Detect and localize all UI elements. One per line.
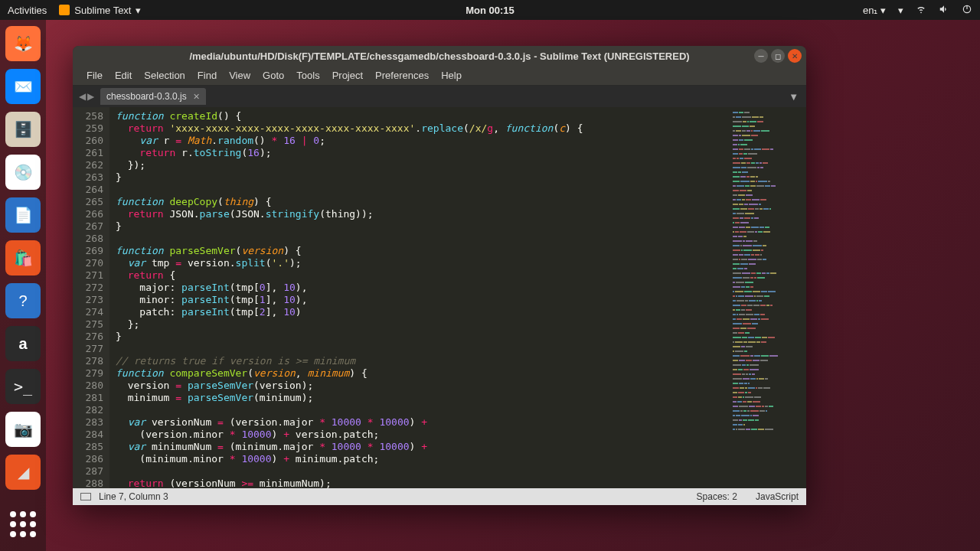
maximize-button[interactable]: ◻ [771,49,785,63]
panel-switcher-icon[interactable] [80,493,91,500]
dock-software[interactable]: 🛍️ [5,240,41,276]
sublime-icon [59,5,70,15]
menu-view[interactable]: View [223,70,256,81]
chevron-down-icon: ▾ [136,5,141,16]
sublime-window: /media/ubuntu/HD/Disk(F)/TEMPLATE/chessg… [73,46,806,505]
code-area[interactable]: function createId() { return 'xxxx-xxxx-… [109,107,730,488]
tab-prev-icon[interactable]: ◀ [79,91,86,102]
tab-next-icon[interactable]: ▶ [87,91,94,102]
show-applications[interactable] [5,507,41,542]
minimize-button[interactable]: ─ [754,49,768,63]
menubar: FileEditSelectionFindViewGotoToolsProjec… [73,66,806,86]
menu-find[interactable]: Find [191,70,223,81]
menu-tools[interactable]: Tools [290,70,325,81]
tab-dropdown-icon[interactable]: ▼ [789,91,799,103]
dock-amazon[interactable]: a [5,326,41,361]
dock-writer[interactable]: 📄 [5,197,41,233]
status-position[interactable]: Line 7, Column 3 [99,491,168,502]
statusbar: Line 7, Column 3 Spaces: 2 JavaScript [73,488,806,505]
menu-help[interactable]: Help [435,70,468,81]
activities-button[interactable]: Activities [8,5,47,16]
titlebar[interactable]: /media/ubuntu/HD/Disk(F)/TEMPLATE/chessg… [73,46,806,66]
menu-preferences[interactable]: Preferences [369,70,435,81]
dock-thunderbird[interactable]: ✉️ [5,69,41,104]
dock-terminal[interactable]: >_ [5,369,41,404]
power-icon[interactable] [962,4,972,17]
menu-selection[interactable]: Selection [138,70,191,81]
volume-icon[interactable] [939,4,949,17]
tab-label: chessboard-0.3.0.js [106,91,187,102]
dock-sublime[interactable]: ◢ [5,455,41,490]
tab-close-icon[interactable]: ✕ [193,92,200,102]
dock-disks[interactable]: 💿 [5,155,41,190]
menu-goto[interactable]: Goto [256,70,290,81]
menu-project[interactable]: Project [326,70,369,81]
network-icon[interactable]: ▾ [898,5,903,16]
top-panel: Activities Sublime Text ▾ Mon 00:15 en₁ … [0,0,980,20]
dock: 🦊 ✉️ 🗄️ 💿 📄 🛍️ ? a >_ 📷 ◢ [0,20,46,551]
status-indent[interactable]: Spaces: 2 [697,491,737,502]
app-indicator[interactable]: Sublime Text ▾ [59,5,141,16]
app-indicator-label: Sublime Text [74,5,131,16]
dock-help[interactable]: ? [5,283,41,318]
line-gutter: 258 259 260 261 262 263 264 265 266 267 … [73,107,109,488]
status-syntax[interactable]: JavaScript [756,491,799,502]
dock-screenshot[interactable]: 📷 [5,412,41,447]
input-language[interactable]: en₁ ▾ [863,5,886,16]
tabbar: ◀ ▶ chessboard-0.3.0.js ✕ ▼ [73,86,806,107]
clock[interactable]: Mon 00:15 [466,5,514,16]
dock-files[interactable]: 🗄️ [5,112,41,147]
minimap[interactable] [730,107,806,488]
editor[interactable]: 258 259 260 261 262 263 264 265 266 267 … [73,107,806,488]
dock-firefox[interactable]: 🦊 [5,26,41,61]
tab-active[interactable]: chessboard-0.3.0.js ✕ [100,88,206,105]
wifi-icon[interactable] [916,4,926,17]
close-button[interactable]: ✕ [788,49,802,63]
window-title: /media/ubuntu/HD/Disk(F)/TEMPLATE/chessg… [189,51,689,62]
menu-file[interactable]: File [80,70,109,81]
menu-edit[interactable]: Edit [109,70,138,81]
